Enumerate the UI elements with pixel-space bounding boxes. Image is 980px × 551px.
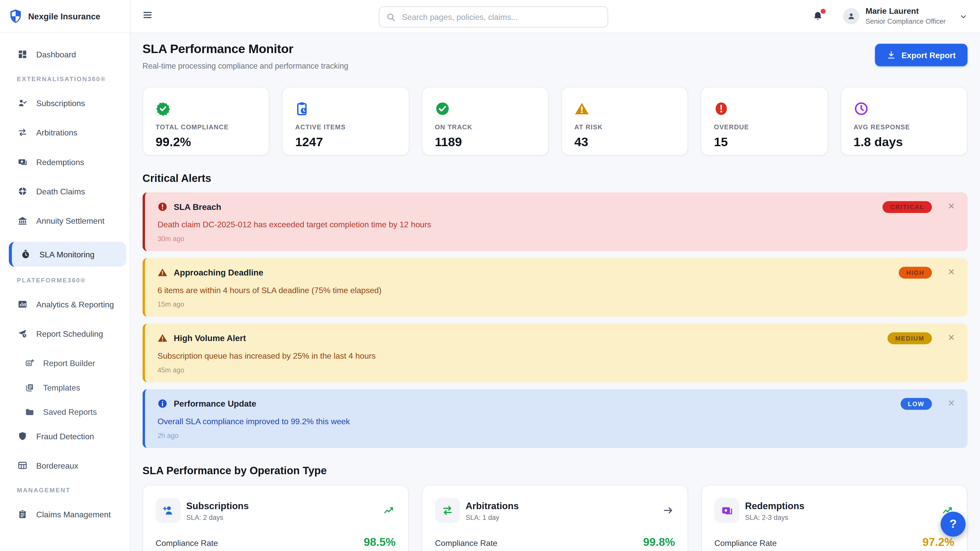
- sidebar-item-label: Fraud Detection: [36, 431, 94, 441]
- sidebar-item-claims-management[interactable]: Claims Management: [0, 506, 130, 522]
- alert-approaching-deadline: Approaching Deadline 6 items are within …: [142, 258, 967, 317]
- sidebar-item-label: Bordereaux: [36, 461, 78, 470]
- bar-chart-icon: [18, 299, 27, 309]
- close-icon[interactable]: ✕: [948, 399, 955, 407]
- notifications-bell-icon[interactable]: [812, 11, 823, 22]
- alert-message: Overall SLA compliance improved to 99.2%…: [158, 416, 955, 426]
- user-role: Senior Compliance Officer: [865, 17, 945, 25]
- alert-message: Death claim DC-2025-012 has exceeded tar…: [158, 220, 955, 229]
- swap-arrows-icon: [18, 127, 27, 138]
- stat-value: 1189: [435, 135, 536, 149]
- sidebar-item-arbitrations[interactable]: Arbitrations: [0, 124, 130, 141]
- sidebar-item-annuity-settlement[interactable]: Annuity Settlement: [0, 213, 130, 229]
- sidebar-item-label: Arbitrations: [36, 128, 77, 137]
- alert-title: Approaching Deadline: [174, 268, 263, 277]
- stat-label: ON TRACK: [435, 123, 536, 130]
- sidebar-section-management: MANAGEMENT: [0, 487, 130, 494]
- main-content: SLA Performance Monitor Real-time proces…: [130, 32, 980, 551]
- alert-title: Performance Update: [174, 399, 256, 408]
- sidebar-item-subscriptions[interactable]: Subscriptions: [0, 95, 130, 111]
- sidebar-item-bordereaux[interactable]: Bordereaux: [0, 457, 130, 474]
- help-button[interactable]: ?: [941, 512, 966, 537]
- check-circle-icon: [435, 101, 536, 116]
- alert-timestamp: 15m ago: [158, 300, 955, 308]
- chevron-down-icon[interactable]: [959, 12, 967, 21]
- op-card-arbitrations[interactable]: Arbitrations SLA: 1 day Compliance Rate …: [422, 485, 688, 551]
- sidebar-item-report-builder[interactable]: Report Builder: [0, 355, 130, 371]
- shield-icon: [18, 431, 27, 441]
- critical-alerts-heading: Critical Alerts: [142, 172, 967, 185]
- stat-value: 1247: [295, 135, 396, 149]
- warning-triangle-icon: [574, 101, 675, 116]
- sidebar-item-saved-reports[interactable]: Saved Reports: [0, 403, 130, 420]
- sidebar-item-analytics-reporting[interactable]: Analytics & Reporting: [0, 296, 130, 313]
- stat-card-avg-response: AVG RESPONSE 1.8 days: [840, 87, 967, 156]
- sidebar-item-label: Claims Management: [36, 510, 111, 519]
- clock-icon: [853, 101, 954, 116]
- sidebar-item-dashboard[interactable]: Dashboard: [0, 46, 130, 62]
- compliance-rate-value: 99.8%: [643, 536, 675, 549]
- sidebar-item-label: Analytics & Reporting: [36, 300, 114, 309]
- app-screen: Nexgile Insurance Dashboard EXTERNALISAT…: [0, 0, 980, 551]
- alert-sla-breach: SLA Breach Death claim DC-2025-012 has e…: [142, 192, 967, 251]
- page-header: SLA Performance Monitor Real-time proces…: [142, 42, 967, 71]
- search-input[interactable]: [401, 11, 608, 22]
- clipboard-icon: [18, 509, 27, 519]
- sidebar-item-report-scheduling[interactable]: Report Scheduling: [0, 326, 130, 342]
- close-icon[interactable]: ✕: [948, 267, 955, 276]
- page-subtitle: Real-time processing compliance and perf…: [142, 62, 348, 70]
- table-grid-icon: [18, 460, 27, 470]
- sidebar-item-death-claims[interactable]: Death Claims: [0, 183, 130, 200]
- export-report-button[interactable]: Export Report: [875, 44, 967, 66]
- sidebar-section-externalisation360: EXTERNALISATION360®: [0, 76, 130, 83]
- stat-label: AVG RESPONSE: [853, 123, 954, 130]
- stat-label: AT RISK: [574, 123, 675, 130]
- arrow-right-icon: [662, 505, 674, 516]
- avatar[interactable]: [843, 8, 859, 24]
- sidebar-item-label: Death Claims: [36, 186, 85, 196]
- sidebar-item-label: Report Scheduling: [36, 329, 103, 338]
- sidebar-item-label: Templates: [43, 383, 80, 392]
- alert-timestamp: 30m ago: [158, 235, 955, 242]
- search-icon: [386, 12, 396, 22]
- op-card-subscriptions[interactable]: Subscriptions SLA: 2 days Compliance Rat…: [142, 485, 409, 551]
- sidebar-item-templates[interactable]: Templates: [0, 380, 130, 395]
- compliance-rate-label: Compliance Rate: [714, 538, 776, 548]
- close-icon[interactable]: ✕: [948, 333, 955, 341]
- stat-card-on-track: ON TRACK 1189: [422, 87, 549, 156]
- op-card-title: Arbitrations: [466, 500, 662, 511]
- warning-triangle-icon: [158, 333, 167, 343]
- user-meta[interactable]: Marie Laurent Senior Compliance Officer: [865, 7, 945, 25]
- close-icon[interactable]: ✕: [948, 202, 955, 210]
- sidebar-item-label: Subscriptions: [36, 98, 85, 108]
- swap-arrows-icon: [435, 498, 460, 523]
- person-plus-icon: [156, 498, 181, 523]
- sidebar-item-label: SLA Monitoring: [39, 249, 94, 259]
- send-clock-icon: [18, 329, 27, 338]
- lifebuoy-icon: [18, 186, 27, 196]
- stat-card-overdue: OVERDUE 15: [701, 87, 828, 156]
- compliance-rate-value: 97.2%: [923, 536, 955, 549]
- info-circle-icon: [158, 399, 167, 408]
- severity-badge: LOW: [900, 398, 932, 410]
- compliance-rate-label: Compliance Rate: [435, 538, 497, 548]
- export-report-label: Export Report: [901, 50, 956, 60]
- person-check-icon: [18, 98, 27, 108]
- sidebar-item-sla-monitoring[interactable]: SLA Monitoring: [9, 242, 126, 267]
- stopwatch-icon: [21, 249, 30, 259]
- sidebar-item-label: Redemptions: [36, 157, 84, 167]
- op-card-redemptions[interactable]: Redemptions SLA: 2-3 days Compliance Rat…: [701, 485, 967, 551]
- alert-title: SLA Breach: [174, 202, 221, 211]
- brand[interactable]: Nexgile Insurance: [0, 0, 130, 33]
- sidebar-item-label: Dashboard: [36, 50, 76, 59]
- alert-title: High Volume Alert: [174, 333, 246, 343]
- sidebar-item-fraud-detection[interactable]: Fraud Detection: [0, 428, 130, 445]
- stat-card-total-compliance: TOTAL COMPLIANCE 99.2%: [142, 87, 269, 156]
- sidebar-item-redemptions[interactable]: Redemptions: [0, 154, 130, 170]
- sidebar-nav: Dashboard EXTERNALISATION360® Subscripti…: [0, 33, 130, 522]
- question-mark-icon: ?: [950, 517, 956, 531]
- menu-icon[interactable]: [142, 10, 152, 20]
- warning-triangle-icon: [158, 267, 167, 277]
- compliance-rate-label: Compliance Rate: [156, 538, 218, 548]
- op-card-sla: SLA: 2-3 days: [745, 513, 942, 521]
